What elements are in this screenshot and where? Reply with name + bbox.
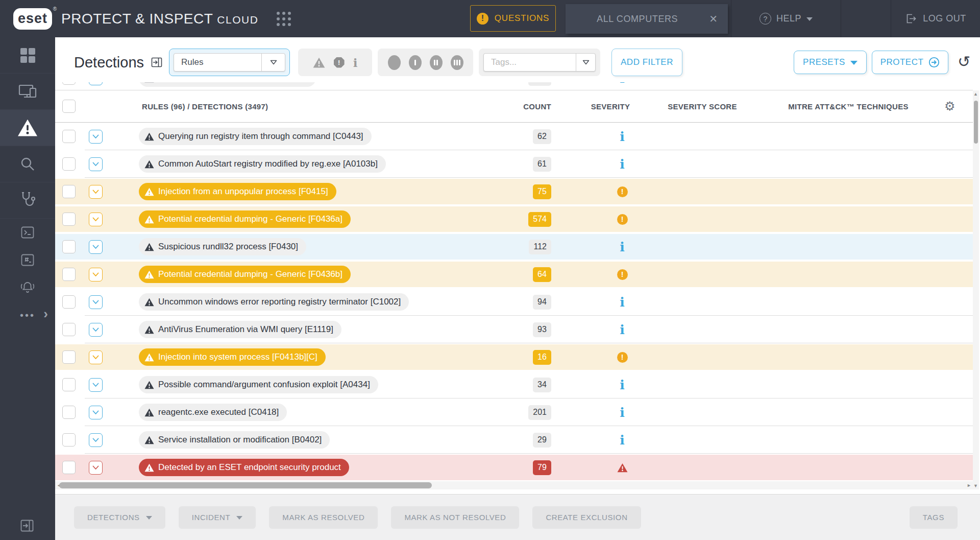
- rule-chip[interactable]: Suspicious rundll32 process [F0430]: [139, 238, 306, 255]
- level-1-filter-icon[interactable]: [409, 55, 422, 70]
- severity-warning-icon[interactable]: !: [617, 186, 628, 197]
- info-filter-icon[interactable]: i: [353, 56, 358, 69]
- table-row[interactable]: Querying run registry item through comma…: [55, 123, 973, 150]
- severity-info-icon[interactable]: i: [620, 240, 625, 254]
- chevron-down-icon[interactable]: [261, 54, 285, 71]
- rule-chip[interactable]: Detected by an ESET endpoint security pr…: [139, 459, 349, 476]
- sidebar-item-detections[interactable]: [0, 110, 55, 146]
- rule-chip[interactable]: Potential credential dumping - Generic […: [139, 210, 351, 228]
- sidebar-item-search[interactable]: [0, 146, 55, 182]
- row-checkbox[interactable]: [62, 213, 76, 226]
- row-expand-chevron[interactable]: [89, 213, 103, 226]
- vertical-scroll-thumb[interactable]: [974, 101, 978, 144]
- severity-info-icon[interactable]: i: [620, 129, 625, 144]
- protect-button[interactable]: PROTECT: [872, 51, 948, 74]
- column-header-severity-score[interactable]: SEVERITY SCORE: [651, 90, 753, 122]
- warning-triangle-filter-icon[interactable]: [313, 57, 325, 68]
- row-checkbox[interactable]: [62, 461, 76, 474]
- row-expand-chevron[interactable]: [89, 268, 103, 281]
- vertical-scrollbar[interactable]: ▲ ▼: [973, 90, 979, 489]
- row-checkbox[interactable]: [62, 157, 76, 171]
- row-expand-chevron[interactable]: [89, 378, 103, 392]
- row-checkbox[interactable]: [62, 240, 76, 253]
- table-row[interactable]: reagentc.exe executed [C0418]201i: [55, 398, 973, 426]
- select-all-checkbox[interactable]: [62, 100, 76, 113]
- row-checkbox[interactable]: [62, 130, 76, 143]
- horizontal-scroll-thumb[interactable]: [59, 482, 432, 488]
- rule-chip[interactable]: Injection into system process [F0413b][C…: [139, 348, 326, 366]
- severity-warning-icon[interactable]: !: [617, 352, 628, 363]
- rule-chip[interactable]: ESET submissions tool executed in t…: [139, 82, 316, 87]
- column-header-severity[interactable]: SEVERITY: [580, 90, 641, 122]
- rule-chip[interactable]: Uncommon windows error reporting registr…: [139, 293, 409, 311]
- row-expand-chevron[interactable]: [89, 157, 103, 171]
- scroll-up-icon[interactable]: ▲: [973, 91, 978, 97]
- tags-input[interactable]: [484, 54, 576, 71]
- close-icon[interactable]: ✕: [709, 13, 728, 25]
- row-checkbox[interactable]: [62, 406, 76, 419]
- rule-chip[interactable]: Querying run registry item through comma…: [139, 128, 372, 145]
- table-row[interactable]: Service installation or modification [B0…: [55, 426, 973, 454]
- sidebar-item-diagnostics[interactable]: [0, 182, 55, 219]
- table-row[interactable]: Common AutoStart registry modified by re…: [55, 150, 973, 178]
- scroll-down-icon[interactable]: ▼: [973, 483, 978, 488]
- severity-warning-icon[interactable]: !: [617, 214, 628, 225]
- row-expand-chevron[interactable]: [89, 406, 103, 419]
- severity-info-icon[interactable]: i: [620, 405, 625, 420]
- chevron-down-icon[interactable]: [576, 54, 595, 71]
- row-checkbox[interactable]: [62, 82, 76, 85]
- severity-info-icon[interactable]: i: [620, 433, 625, 448]
- mark-not-resolved-button[interactable]: MARK AS NOT RESOLVED: [391, 506, 519, 529]
- severity-info-icon[interactable]: i: [620, 322, 625, 337]
- row-expand-chevron[interactable]: [89, 130, 103, 144]
- rule-chip[interactable]: Possible command/argument confusion expl…: [139, 376, 378, 393]
- sidebar-item-terminal[interactable]: [0, 219, 55, 246]
- table-row[interactable]: Possible command/argument confusion expl…: [55, 371, 973, 398]
- severity-critical-icon[interactable]: [617, 463, 628, 473]
- add-filter-button[interactable]: ADD FILTER: [611, 49, 682, 76]
- row-checkbox[interactable]: [62, 323, 76, 336]
- scroll-right-icon[interactable]: ►: [967, 483, 971, 488]
- logout-button[interactable]: LOG OUT: [891, 0, 980, 37]
- tags-action-button[interactable]: TAGS: [910, 506, 958, 529]
- tags-filter-dropdown[interactable]: [479, 49, 600, 76]
- sidebar-item-computers[interactable]: [0, 74, 55, 110]
- table-row[interactable]: Injection from an unpopular process [F04…: [55, 178, 973, 205]
- sidebar-collapse-button[interactable]: [20, 520, 34, 532]
- table-row[interactable]: Uncommon windows error reporting registr…: [55, 288, 973, 316]
- column-header-rules[interactable]: RULES (96) / DETECTIONS (3497): [142, 90, 268, 122]
- severity-info-icon[interactable]: i: [620, 82, 625, 86]
- row-expand-chevron[interactable]: [89, 185, 103, 199]
- rule-chip[interactable]: Service installation or modification [B0…: [139, 431, 330, 449]
- row-expand-chevron[interactable]: [89, 461, 103, 475]
- mark-resolved-button[interactable]: MARK AS RESOLVED: [269, 506, 378, 529]
- severity-info-icon[interactable]: i: [620, 295, 625, 310]
- sidebar-item-notifications[interactable]: [0, 274, 55, 301]
- refresh-icon[interactable]: ↻: [958, 53, 970, 71]
- row-expand-chevron[interactable]: [89, 240, 103, 254]
- table-row[interactable]: Injection into system process [F0413b][C…: [55, 343, 973, 371]
- row-checkbox[interactable]: [62, 185, 76, 198]
- table-row[interactable]: Suspicious rundll32 process [F0430]112i: [55, 233, 973, 261]
- row-expand-chevron[interactable]: [89, 350, 103, 364]
- incident-action-button[interactable]: INCIDENT: [179, 506, 256, 529]
- row-expand-chevron[interactable]: [89, 295, 103, 309]
- row-expand-chevron[interactable]: [89, 323, 103, 337]
- table-row[interactable]: ESET submissions tool executed in t…230i: [55, 82, 973, 90]
- row-checkbox[interactable]: [62, 295, 76, 309]
- level-3-filter-icon[interactable]: [451, 55, 463, 70]
- level-0-filter-icon[interactable]: [388, 55, 401, 70]
- rule-chip[interactable]: Potential credential dumping - Generic […: [139, 266, 351, 283]
- row-checkbox[interactable]: [62, 268, 76, 281]
- column-header-count[interactable]: COUNT: [490, 90, 551, 122]
- row-expand-chevron[interactable]: [89, 82, 103, 85]
- exclamation-octagon-filter-icon[interactable]: !: [334, 57, 345, 68]
- rule-chip[interactable]: AntiVirus Enumeration via WMI query [E11…: [139, 321, 341, 338]
- rule-chip[interactable]: reagentc.exe executed [C0418]: [139, 404, 287, 421]
- row-expand-chevron[interactable]: [89, 433, 103, 447]
- column-header-mitre[interactable]: MITRE ATT&CK™ TECHNIQUES: [772, 90, 925, 122]
- table-row[interactable]: Potential credential dumping - Generic […: [55, 261, 973, 288]
- expand-sidebar-icon[interactable]: ›: [43, 306, 48, 322]
- help-menu[interactable]: ? HELP: [731, 0, 841, 37]
- severity-warning-icon[interactable]: !: [617, 269, 628, 280]
